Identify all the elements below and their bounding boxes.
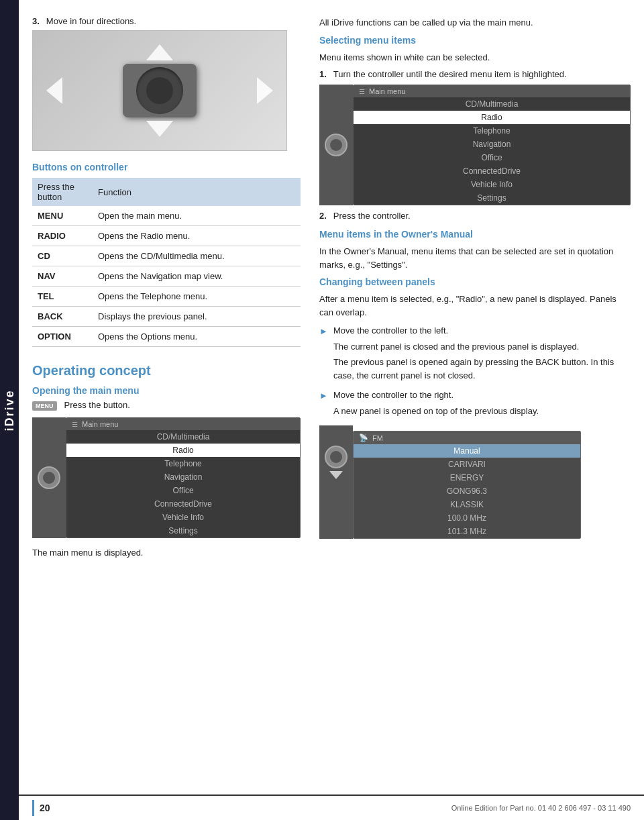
table-header-function: Function — [93, 178, 301, 206]
screen-row: CD/Multimedia — [354, 97, 630, 111]
fm-row: CARIVARI — [354, 458, 580, 471]
table-row: MENUOpen the main menu. — [32, 206, 301, 226]
bullet-content-1: Move the controller to the left. The cur… — [333, 324, 631, 385]
press-button-text: Press the button. — [64, 400, 130, 410]
screen-row: Vehicle Info — [354, 178, 630, 191]
table-row: RADIOOpens the Radio menu. — [32, 226, 301, 246]
footer-left: 20 — [32, 800, 50, 816]
step3-number: 3. — [32, 16, 40, 26]
arrow-left-icon — [46, 77, 62, 104]
right-knob-inner — [330, 139, 342, 151]
fm-knob-inner — [330, 451, 342, 463]
right-screen-header-text: Main menu — [369, 87, 405, 95]
table-row: OPTIONOpens the Options menu. — [32, 327, 301, 347]
fm-row: ENERGY — [354, 471, 580, 484]
screen-row: Telephone — [354, 124, 630, 138]
fm-knob-circle — [325, 446, 347, 468]
controller-knob-inner — [146, 77, 173, 104]
right-column: All iDrive functions can be called up vi… — [319, 16, 631, 565]
fm-header-text: FM — [372, 434, 383, 442]
screen-row: ConnectedDrive — [66, 497, 300, 511]
left-screen-header-text: Main menu — [82, 420, 118, 428]
button-name: CD — [32, 246, 93, 266]
left-screen-knob — [32, 417, 66, 538]
right-step1-number: 1. — [319, 69, 327, 79]
button-name: BACK — [32, 307, 93, 327]
menu-items-heading: Menu items in the Owner's Manual — [319, 229, 631, 240]
left-column: 3. Move in four directions. Buttons on c… — [32, 16, 301, 565]
button-function: Opens the Options menu. — [93, 327, 301, 347]
fm-row: 101.3 MHz — [354, 525, 580, 538]
button-name: MENU — [32, 206, 93, 226]
screen-row: CD/Multimedia — [66, 430, 300, 444]
screen-row: Office — [354, 151, 630, 164]
side-tab-label: iDrive — [3, 389, 17, 431]
menu-button-label: MENU — [32, 401, 57, 411]
right-menu-icon: ☰ — [359, 88, 365, 95]
screen-row: Office — [66, 484, 300, 497]
controller-knob — [136, 67, 183, 114]
table-row: TELOpens the Telephone menu. — [32, 287, 301, 307]
button-function: Opens the Navigation map view. — [93, 266, 301, 287]
fm-row: KLASSIK — [354, 498, 580, 511]
table-row: NAVOpens the Navigation map view. — [32, 266, 301, 287]
left-screen-rows: CD/MultimediaRadioTelephoneNavigationOff… — [66, 430, 300, 537]
fm-knob-area — [319, 425, 353, 539]
right-screen-rows: CD/MultimediaRadioTelephoneNavigationOff… — [354, 97, 630, 205]
arrow-up-icon — [146, 44, 173, 60]
bullet-item-2: ► Move the controller to the right. A ne… — [319, 389, 631, 420]
bullet-content-2: Move the controller to the right. A new … — [333, 389, 631, 420]
knob-inner — [43, 472, 55, 484]
table-header-button: Press the button — [32, 178, 93, 206]
left-screen-header: ☰ Main menu — [66, 418, 300, 430]
footer: 20 Online Edition for Part no. 01 40 2 6… — [19, 795, 644, 820]
side-tab: iDrive — [0, 0, 19, 820]
fm-header: 📡 FM — [354, 431, 580, 444]
menu-icon: ☰ — [72, 421, 78, 428]
press-button-row: MENU Press the button. — [32, 400, 301, 411]
selecting-intro: Menu items shown in white can be selecte… — [319, 51, 631, 64]
button-name: TEL — [32, 287, 93, 307]
screen-row: Telephone — [66, 457, 300, 470]
buttons-table: Press the button Function MENUOpen the m… — [32, 178, 301, 347]
button-function: Open the main menu. — [93, 206, 301, 226]
fm-antenna-icon: 📡 — [359, 433, 368, 442]
button-name: RADIO — [32, 226, 93, 246]
fm-screen: 📡 FM ManualCARIVARIENERGYGONG96.3KLASSIK… — [353, 431, 581, 539]
right-step2-text: Press the controller. — [333, 211, 411, 221]
controller-image — [32, 30, 287, 151]
right-screen-knob — [319, 85, 353, 205]
selecting-heading: Selecting menu items — [319, 35, 631, 46]
main-content: 3. Move in four directions. Buttons on c… — [19, 0, 644, 592]
controller-body — [123, 64, 197, 117]
changing-panels-intro: After a menu item is selected, e.g., "Ra… — [319, 293, 631, 319]
bullet-1-sub: The current panel is closed and the prev… — [333, 340, 631, 354]
button-function: Opens the Radio menu. — [93, 226, 301, 246]
fm-screen-rows: ManualCARIVARIENERGYGONG96.3KLASSIK100.0… — [354, 444, 580, 538]
fm-row: GONG96.3 — [354, 484, 580, 498]
right-screen-header: ☰ Main menu — [354, 85, 630, 97]
screen-row: Navigation — [66, 470, 300, 484]
footer-line — [32, 800, 34, 816]
button-function: Opens the CD/Multimedia menu. — [93, 246, 301, 266]
table-row: BACKDisplays the previous panel. — [32, 307, 301, 327]
step3-row: 3. Move in four directions. — [32, 16, 301, 26]
right-step2-number: 2. — [319, 211, 327, 221]
operating-concept-heading: Operating concept — [32, 363, 301, 378]
changing-panels-heading: Changing between panels — [319, 276, 631, 287]
right-step1-row: 1. Turn the controller until the desired… — [319, 69, 631, 79]
fm-screen-container: 📡 FM ManualCARIVARIENERGYGONG96.3KLASSIK… — [319, 425, 631, 539]
left-screen-content: ☰ Main menu CD/MultimediaRadioTelephoneN… — [66, 417, 301, 538]
fm-row: Manual — [354, 444, 580, 458]
button-function: Displays the previous panel. — [93, 307, 301, 327]
bullet-arrow-1: ► — [319, 325, 328, 385]
screen-row: Radio — [354, 111, 630, 124]
bullet-2-text: Move the controller to the right. — [333, 389, 631, 402]
screen-row: Navigation — [354, 138, 630, 151]
bullet-item-1: ► Move the controller to the left. The c… — [319, 324, 631, 385]
page-number: 20 — [40, 803, 50, 813]
button-function: Opens the Telephone menu. — [93, 287, 301, 307]
arrow-right-icon — [257, 77, 273, 104]
fm-arrow-down-icon — [329, 471, 343, 479]
screen-row: ConnectedDrive — [354, 164, 630, 178]
